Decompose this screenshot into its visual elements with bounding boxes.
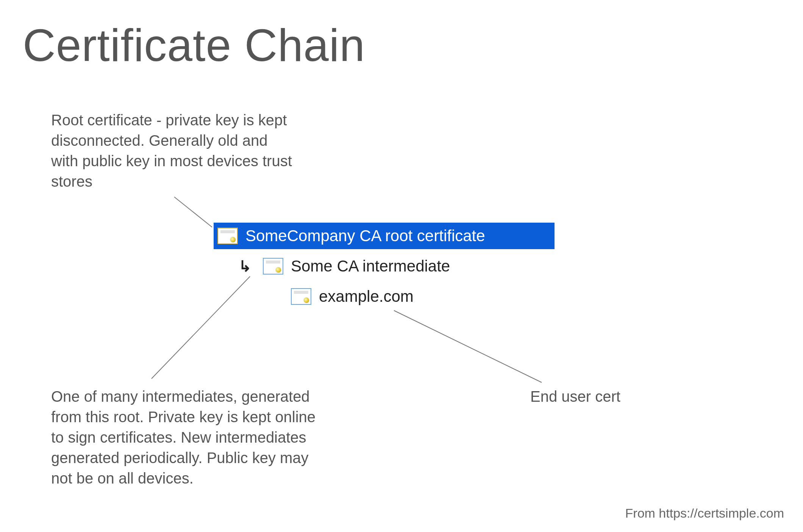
slide-title: Certificate Chain [23,19,365,71]
cert-label-root: SomeCompany CA root certificate [245,227,485,245]
svg-line-2 [394,310,542,382]
certificate-icon [263,258,283,275]
cert-label-intermediate: Some CA intermediate [291,257,450,275]
annotation-intermediate: One of many intermediates, generated fro… [51,386,316,488]
cert-row-end: example.com [291,283,414,310]
svg-line-0 [174,197,212,227]
certificate-icon [291,288,311,305]
annotation-root: Root certificate - private key is kept d… [51,110,294,192]
cert-row-root: SomeCompany CA root certificate [214,223,555,249]
cert-row-intermediate: ↳ Some CA intermediate [239,253,450,279]
child-arrow-icon: ↳ [239,257,252,275]
annotation-end: End user cert [530,386,682,407]
svg-line-1 [152,276,250,379]
cert-label-end: example.com [319,287,414,306]
footer-attribution: From https://certsimple.com [625,506,784,521]
certificate-icon [217,228,238,244]
slide: Certificate Chain Root certificate - pri… [0,0,803,532]
